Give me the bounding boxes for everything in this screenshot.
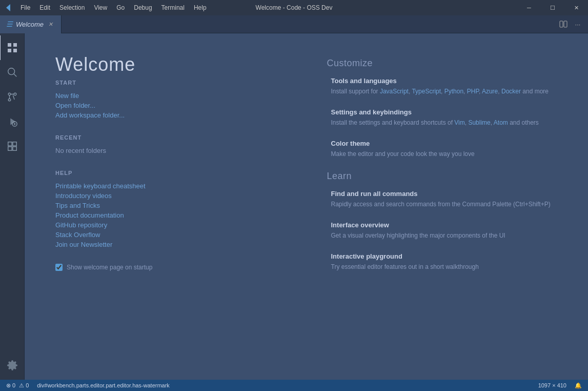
azure-link[interactable]: Azure [482, 88, 498, 95]
menu-go[interactable]: Go [112, 2, 129, 13]
menu-edit[interactable]: Edit [35, 2, 54, 13]
startup-checkbox-row: Show welcome page on startup [55, 264, 286, 271]
svg-rect-10 [8, 147, 11, 150]
welcome-tab[interactable]: ☰ Welcome ✕ [0, 15, 62, 33]
tools-languages-block: Tools and languages Install support for … [327, 77, 558, 96]
svg-point-4 [8, 93, 11, 95]
new-file-link[interactable]: New file [55, 92, 286, 100]
stack-overflow-link[interactable]: Stack Overflow [55, 231, 286, 239]
menu-view[interactable]: View [90, 2, 111, 13]
sublime-link[interactable]: Sublime [468, 119, 490, 126]
statusbar-left: ⊗ 0 ⚠ 0 div#workbench.parts.editor.part.… [4, 382, 172, 389]
tab-icon: ☰ [6, 20, 13, 28]
js-link[interactable]: JavaScript [380, 88, 409, 95]
titlebar: File Edit Selection View Go Debug Termin… [0, 0, 588, 15]
svg-line-3 [14, 74, 16, 76]
svg-rect-11 [12, 147, 16, 150]
help-section-title: Help [55, 170, 286, 176]
more-actions-button[interactable]: ··· [572, 18, 584, 30]
svg-point-5 [14, 93, 16, 95]
interface-overview-title[interactable]: Interface overview [331, 221, 558, 229]
menu-help[interactable]: Help [190, 2, 211, 13]
python-link[interactable]: Python [444, 88, 463, 95]
recent-section: Recent No recent folders [55, 134, 286, 154]
error-icon: ⊗ [6, 382, 11, 389]
help-section: Help Printable keyboard cheatsheet Intro… [55, 170, 286, 248]
ts-link[interactable]: TypeScript [412, 88, 441, 95]
activity-item-explorer[interactable] [0, 35, 24, 60]
svg-rect-1 [564, 21, 567, 27]
activity-item-source-control[interactable] [0, 85, 25, 109]
element-info: div#workbench.parts.editor.part.editor.h… [35, 382, 172, 388]
app-body: ☰ Welcome ✕ ··· [0, 15, 588, 391]
error-warning-indicator[interactable]: ⊗ 0 ⚠ 0 [4, 382, 31, 389]
settings-keybindings-title[interactable]: Settings and keybindings [331, 108, 558, 116]
tab-close-button[interactable]: ✕ [47, 20, 55, 28]
menu-debug[interactable]: Debug [130, 2, 156, 13]
window-controls: ─ ☐ ✕ [517, 0, 588, 15]
activity-item-extensions[interactable] [0, 134, 25, 159]
learn-section-title: Learn [327, 171, 558, 182]
intro-videos-link[interactable]: Introductory videos [55, 192, 286, 200]
svg-rect-9 [12, 142, 16, 146]
activity-item-settings[interactable] [0, 355, 25, 380]
color-theme-block: Color theme Make the editor and your cod… [327, 140, 558, 159]
open-folder-link[interactable]: Open folder... [55, 102, 286, 109]
start-section: Start New file Open folder... Add worksp… [55, 80, 286, 119]
window-title: Welcome - Code - OSS Dev [256, 4, 333, 11]
interface-overview-desc: Get a visual overlay highlighting the ma… [331, 231, 558, 240]
activity-item-search[interactable] [0, 60, 25, 85]
keyboard-cheatsheet-link[interactable]: Printable keyboard cheatsheet [55, 182, 286, 190]
newsletter-link[interactable]: Join our Newsletter [55, 241, 286, 248]
recent-section-title: Recent [55, 134, 286, 141]
vim-link[interactable]: Vim [454, 119, 464, 126]
menu-file[interactable]: File [16, 2, 34, 13]
add-workspace-link[interactable]: Add workspace folder... [55, 111, 286, 119]
dimensions-display: 1097 × 410 [536, 382, 569, 388]
find-run-commands-title[interactable]: Find and run all commands [331, 190, 558, 198]
menu-selection[interactable]: Selection [55, 2, 89, 13]
titlebar-menu: File Edit Selection View Go Debug Termin… [16, 2, 211, 13]
interactive-playground-block: Interactive playground Try essential edi… [327, 252, 558, 271]
tab-label: Welcome [16, 21, 44, 28]
page-title: Welcome [55, 54, 286, 75]
product-docs-link[interactable]: Product documentation [55, 211, 286, 219]
interactive-playground-title[interactable]: Interactive playground [331, 252, 558, 260]
app-icon [4, 4, 12, 12]
atom-link[interactable]: Atom [494, 119, 508, 126]
close-button[interactable]: ✕ [564, 0, 588, 15]
activity-item-run-debug[interactable] [0, 109, 25, 134]
tabbar: ☰ Welcome ✕ ··· [0, 15, 588, 33]
interactive-playground-desc: Try essential editor features out in a s… [331, 262, 558, 271]
show-on-startup-checkbox[interactable] [55, 264, 63, 271]
titlebar-left: File Edit Selection View Go Debug Termin… [4, 2, 211, 13]
interface-overview-block: Interface overview Get a visual overlay … [327, 221, 558, 240]
find-run-commands-block: Find and run all commands Rapidly access… [327, 190, 558, 209]
github-repo-link[interactable]: GitHub repository [55, 221, 286, 229]
warning-icon: ⚠ [19, 382, 24, 389]
no-recent-folders: No recent folders [55, 147, 286, 154]
svg-point-6 [8, 99, 11, 101]
bell-icon: 🔔 [575, 382, 582, 389]
statusbar: ⊗ 0 ⚠ 0 div#workbench.parts.editor.part.… [0, 380, 588, 391]
tools-languages-title[interactable]: Tools and languages [331, 77, 558, 85]
welcome-page: Welcome Start New file Open folder... Ad… [25, 33, 588, 380]
right-column: Customize Tools and languages Install su… [327, 54, 558, 359]
notification-bell[interactable]: 🔔 [573, 382, 584, 389]
minimize-button[interactable]: ─ [517, 0, 541, 15]
show-on-startup-label: Show welcome page on startup [67, 264, 152, 271]
tips-tricks-link[interactable]: Tips and Tricks [55, 202, 286, 209]
maximize-button[interactable]: ☐ [541, 0, 564, 15]
tab-actions: ··· [557, 18, 588, 30]
statusbar-right: 1097 × 410 🔔 [536, 382, 584, 389]
color-theme-desc: Make the editor and your code look the w… [331, 149, 558, 159]
menu-terminal[interactable]: Terminal [157, 2, 189, 13]
php-link[interactable]: PHP [467, 88, 479, 95]
color-theme-title[interactable]: Color theme [331, 140, 558, 147]
tools-languages-desc: Install support for JavaScript, TypeScri… [331, 87, 558, 96]
svg-rect-0 [560, 21, 563, 27]
activity-bar [0, 33, 25, 380]
docker-link[interactable]: Docker [501, 88, 521, 95]
settings-keybindings-desc: Install the settings and keyboard shortc… [331, 118, 558, 127]
split-editor-button[interactable] [557, 18, 570, 30]
